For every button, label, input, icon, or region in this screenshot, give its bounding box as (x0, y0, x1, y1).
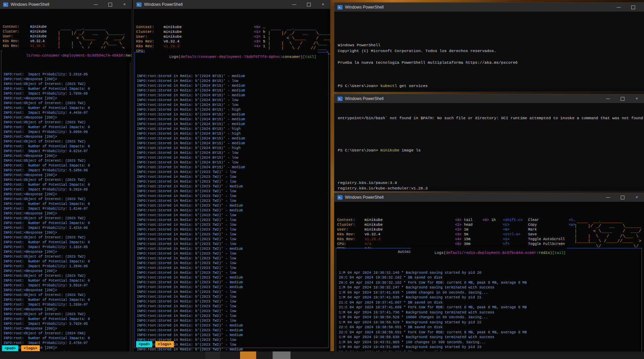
log-line: INFO:root: Number of Potential Impacts: … (3, 278, 130, 283)
command-line: PS C:\Users\Joan> kubectl get services (338, 83, 644, 89)
maximize-icon[interactable] (103, 0, 117, 9)
crumb-button[interactable]: <pod> (2, 345, 18, 351)
close-icon[interactable]: × (640, 3, 644, 12)
terminal-line (338, 54, 644, 60)
titlebar[interactable]: >_ Windows PowerShell — × (133, 0, 330, 9)
log-line: INFO:root:Object of Interest: (2023 TW2) (3, 120, 130, 125)
window-title: Windows PowerShell (144, 2, 287, 7)
log-line: 22:C 04 Apr 2024 19:38:50.551 * DB saved… (339, 325, 642, 330)
log-line: INFO:root: Impact Probability: 3.551e-07 (3, 283, 130, 288)
window-k9s-redis: >_ Windows PowerShell — × Context:miniku… (334, 193, 644, 351)
terminal-line: Prueba la nueva tecnología PowerShell mu… (338, 60, 644, 65)
crumb-button[interactable]: <logs> (21, 345, 40, 351)
minimize-icon[interactable]: — (601, 193, 615, 202)
log-line: INFO:root:Stored in Redis: b'(2023 TW2)'… (137, 323, 328, 328)
taskbar-app-segment-hover[interactable] (273, 351, 290, 359)
k9s-logo: ____ __.________ | |/ _/ __ \______ | < … (574, 204, 644, 249)
log-line: INFO:root:Object of Interest: (2023 TW2) (3, 255, 130, 259)
window-title: Windows PowerShell (345, 96, 601, 101)
log-panel: lt/neo-consumer-deployment-5cdd5d4c74-nb… (1, 51, 130, 351)
log-line: INFO:root:Stored in Redis: b'(2024 BY15)… (137, 78, 328, 83)
log-line: INFO:root:Object of Interest: (2023 TW2) (3, 216, 130, 221)
log-line: 20:C 04 Apr 2024 19:36:32.162 * Fork CoW… (339, 280, 642, 285)
taskbar-app-segment[interactable] (205, 351, 220, 359)
log-line: INFO:root:Stored in Redis: b'(2023 TW2)'… (137, 333, 328, 337)
minimize-icon[interactable]: — (611, 3, 626, 12)
log-line: INFO:root:<Response [200]> (3, 326, 130, 331)
close-icon[interactable]: × (630, 94, 644, 103)
maximize-icon[interactable] (615, 94, 630, 103)
terminal-output[interactable]: Windows PowerShellCopyright (C) Microsof… (334, 12, 644, 92)
k9s-shortcuts-extra: <6>1h (482, 203, 500, 222)
log-line: INFO:root:<Response [200]> (3, 231, 130, 235)
log-line: INFO:root: Number of Potential Impacts: … (3, 144, 130, 149)
log-line: INFO:root:Stored in Redis: b'(2023 TW2)'… (137, 242, 328, 246)
close-icon[interactable]: × (630, 193, 644, 202)
banner-lines: Windows PowerShellCopyright (C) Microsof… (338, 25, 644, 71)
log-line: 1:M 04 Apr 2024 19:37:41.635 * 10000 cha… (339, 290, 642, 295)
log-line: INFO:root:Stored in Redis: b'(2023 TW2)'… (137, 203, 328, 208)
image-list: registry.k8s.io/pause:3.9registry.k8s.io… (338, 164, 644, 191)
log-line: INFO:root:Stored in Redis: b'(2023 TW2)'… (137, 174, 328, 179)
log-lines[interactable]: 1:M 04 Apr 2024 19:36:32.146 * Backgroun… (336, 255, 642, 351)
log-panel-title: Logs(default/redis-deployment-8c5fbc844-… (410, 246, 567, 260)
maximize-icon[interactable] (615, 193, 630, 202)
log-line: INFO:root:Stored in Redis: b'(2023 TW2)'… (137, 170, 328, 174)
log-line: 1:M 04 Apr 2024 19:38:50.528 * 10000 cha… (339, 315, 642, 320)
titlebar[interactable]: >_ Windows PowerShell — × (334, 193, 644, 202)
log-line: INFO:root:<Response [200]> (3, 96, 130, 101)
taskbar[interactable] (0, 351, 644, 359)
log-line: 1:M 04 Apr 2024 19:37:41.635 * Backgroun… (339, 295, 642, 300)
titlebar[interactable]: >_ Windows PowerShell — × (334, 3, 644, 12)
log-line: INFO:root:Stored in Redis: b'(2023 TW2)'… (137, 251, 328, 256)
titlebar[interactable]: >_ Windows PowerShell — × (334, 94, 644, 103)
log-line: INFO:root:Stored in Redis: b'(2023 TW2)'… (137, 304, 328, 309)
image-line: registry.k8s.io/pause:3.9 (338, 180, 644, 186)
minimize-icon[interactable]: — (601, 94, 615, 103)
minimize-icon[interactable]: — (88, 0, 103, 9)
crumb-button[interactable]: <logs> (155, 341, 174, 347)
log-line: INFO:root:Stored in Redis: b'(2023 TW2)'… (137, 256, 328, 261)
log-line: INFO:root:Stored in Redis: b'(2024 BY15)… (137, 83, 328, 88)
log-line: INFO:root:Stored in Redis: b'(2024 BY15)… (137, 150, 328, 155)
log-line: INFO:root:Stored in Redis: b'(2023 TW2)'… (137, 275, 328, 280)
log-line: INFO:root: Number of Potential Impacts: … (3, 87, 130, 91)
log-line: INFO:root:Stored in Redis: b'(2023 TW2)'… (137, 347, 328, 351)
taskbar-app-segment-active[interactable] (240, 351, 256, 359)
maximize-icon[interactable] (301, 0, 316, 9)
log-line: INFO:root: Impact Probability: 1.283e-07 (3, 302, 130, 307)
close-icon[interactable]: × (316, 0, 330, 9)
log-line: INFO:root: Impact Probability: 3.096e-08 (3, 130, 130, 135)
log-line: 21:C 04 Apr 2024 19:37:41.669 * Fork CoW… (339, 305, 642, 310)
log-lines[interactable]: INFO:root:Stored in Redis: b'(2024 BY15)… (135, 59, 328, 351)
log-line: INFO:root:Stored in Redis: b'(2023 TW2)'… (137, 294, 328, 299)
log-line: INFO:root:Stored in Redis: b'(2024 BY15)… (137, 155, 328, 160)
maximize-icon[interactable] (626, 3, 640, 12)
log-line: INFO:root: Impact Probability: 9.621e-07 (3, 149, 130, 154)
powershell-icon: >_ (136, 2, 142, 7)
log-line: INFO:root:<Response [200]> (3, 211, 130, 216)
log-line: INFO:root:Stored in Redis: b'(2024 BY15)… (137, 146, 328, 150)
log-line: INFO:root:<Response [200]> (3, 173, 130, 178)
minimize-icon[interactable]: — (287, 0, 301, 9)
log-line: 1:M 04 Apr 2024 19:37:41.736 * Backgroun… (339, 310, 642, 315)
crumb-button[interactable]: <pod> (136, 341, 152, 347)
titlebar[interactable]: >_ Windows PowerShell — × (0, 0, 132, 9)
terminal-output[interactable]: entrypoint=/bin/bash` not found in $PATH… (334, 103, 644, 191)
log-line: INFO:root:Stored in Redis: b'(2023 TW2)'… (137, 184, 328, 189)
log-line: INFO:root: Impact Probability: 2.421e-06 (3, 226, 130, 231)
log-panel: Logs(default/consumer-deployment-76d9f6f… (134, 52, 329, 348)
window-powershell-kubectl: >_ Windows PowerShell — × Windows PowerS… (334, 3, 644, 92)
log-line: INFO:root: Number of Potential Impacts: … (3, 202, 130, 207)
log-line: INFO:root:<Response [200]> (3, 250, 130, 255)
log-line: INFO:root:Object of Interest: (2023 TW2) (3, 139, 130, 144)
terminal-line (338, 65, 644, 71)
log-lines[interactable]: INFO:root: Impact Probability: 2.261e-05… (1, 57, 130, 351)
log-line: INFO:root:Object of Interest: (2023 TW2) (3, 197, 130, 202)
log-line: INFO:root:<Response [200]> (3, 77, 130, 82)
log-line: INFO:root:Stored in Redis: b'(2023 TW2)'… (137, 285, 328, 289)
log-line: INFO:root:Stored in Redis: b'(2023 TW2)'… (137, 179, 328, 184)
log-line: INFO:root:Stored in Redis: b'(2023 TW2)'… (137, 198, 328, 203)
close-icon[interactable]: × (117, 0, 132, 9)
log-line: INFO:root: Number of Potential Impacts: … (3, 259, 130, 264)
